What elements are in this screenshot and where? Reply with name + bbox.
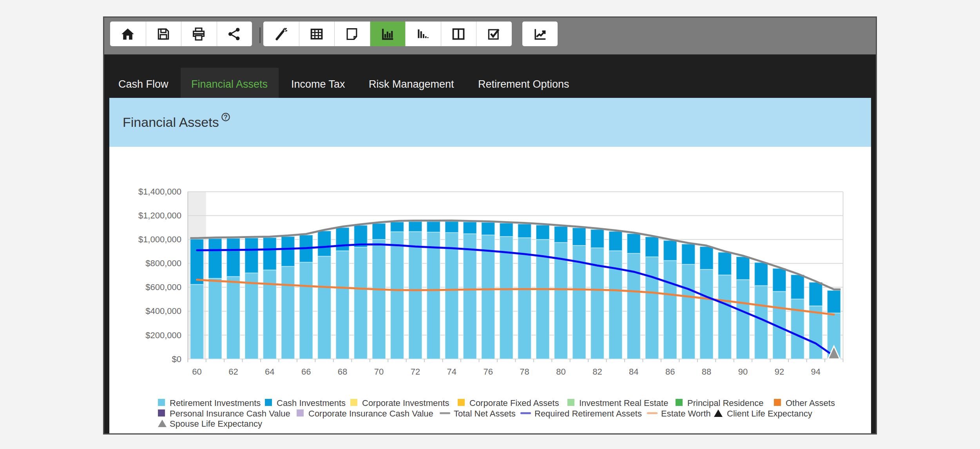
svg-text:66: 66 — [301, 367, 311, 377]
svg-text:90: 90 — [738, 367, 748, 377]
svg-text:88: 88 — [702, 367, 711, 377]
svg-text:$800,000: $800,000 — [145, 258, 181, 268]
svg-text:$200,000: $200,000 — [145, 330, 181, 340]
svg-text:92: 92 — [775, 367, 784, 377]
svg-text:94: 94 — [811, 367, 821, 377]
svg-text:78: 78 — [520, 367, 529, 377]
svg-text:72: 72 — [411, 367, 420, 377]
svg-text:64: 64 — [265, 367, 274, 377]
svg-text:82: 82 — [592, 367, 602, 377]
svg-text:80: 80 — [556, 367, 565, 377]
svg-text:70: 70 — [374, 367, 384, 377]
svg-text:68: 68 — [338, 367, 347, 377]
svg-text:84: 84 — [629, 367, 638, 377]
svg-text:$600,000: $600,000 — [145, 282, 181, 292]
svg-text:$0: $0 — [172, 354, 181, 364]
svg-text:86: 86 — [665, 367, 675, 377]
svg-text:76: 76 — [483, 367, 493, 377]
svg-text:60: 60 — [192, 367, 201, 377]
svg-text:$1,200,000: $1,200,000 — [138, 211, 181, 220]
svg-text:74: 74 — [447, 367, 456, 377]
svg-text:$1,400,000: $1,400,000 — [138, 187, 181, 197]
svg-text:62: 62 — [228, 367, 238, 377]
svg-text:$400,000: $400,000 — [145, 306, 181, 316]
svg-text:$1,000,000: $1,000,000 — [138, 234, 181, 244]
